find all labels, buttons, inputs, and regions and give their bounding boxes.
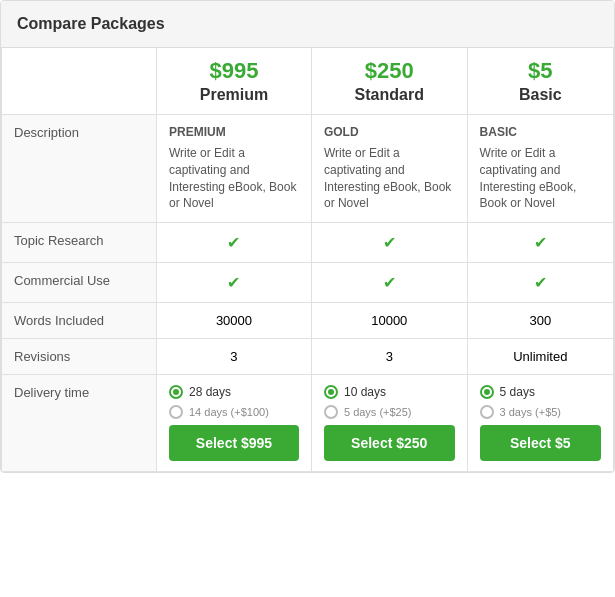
premium-delivery-primary[interactable]: 28 days bbox=[169, 385, 299, 399]
basic-price: $5 bbox=[480, 58, 601, 84]
premium-description-cell: PREMIUM Write or Edit a captivating and … bbox=[157, 115, 312, 223]
basic-description-cell: BASIC Write or Edit a captivating and In… bbox=[467, 115, 613, 223]
standard-topic-cell: ✔ bbox=[311, 223, 467, 263]
premium-price: $995 bbox=[169, 58, 299, 84]
standard-delivery-primary[interactable]: 10 days bbox=[324, 385, 455, 399]
standard-radio-secondary[interactable] bbox=[324, 405, 338, 419]
premium-name: Premium bbox=[169, 86, 299, 104]
premium-radio-secondary[interactable] bbox=[169, 405, 183, 419]
basic-topic-cell: ✔ bbox=[467, 223, 613, 263]
basic-radio-secondary[interactable] bbox=[480, 405, 494, 419]
basic-commercial-check: ✔ bbox=[534, 274, 547, 291]
standard-select-button[interactable]: Select $250 bbox=[324, 425, 455, 461]
words-included-label: Words Included bbox=[2, 303, 157, 339]
premium-words: 30000 bbox=[216, 313, 252, 328]
description-label: Description bbox=[2, 115, 157, 223]
standard-delivery-secondary[interactable]: 5 days (+$25) bbox=[324, 405, 455, 419]
standard-commercial-cell: ✔ bbox=[311, 263, 467, 303]
compare-header: Compare Packages bbox=[1, 1, 614, 48]
premium-delivery-secondary[interactable]: 14 days (+$100) bbox=[169, 405, 299, 419]
packages-table: $995 Premium $250 Standard $5 Basic Desc… bbox=[1, 48, 614, 472]
basic-words-cell: 300 bbox=[467, 303, 613, 339]
standard-header: $250 Standard bbox=[311, 48, 467, 115]
standard-tier: GOLD bbox=[324, 125, 455, 139]
standard-commercial-check: ✔ bbox=[383, 274, 396, 291]
premium-select-button[interactable]: Select $995 bbox=[169, 425, 299, 461]
standard-delivery-cell: 10 days 5 days (+$25) Select $250 bbox=[311, 375, 467, 472]
premium-header: $995 Premium bbox=[157, 48, 312, 115]
delivery-time-label: Delivery time bbox=[2, 375, 157, 472]
standard-desc: Write or Edit a captivating and Interest… bbox=[324, 145, 455, 212]
revisions-label: Revisions bbox=[2, 339, 157, 375]
basic-radio-primary[interactable] bbox=[480, 385, 494, 399]
standard-revisions: 3 bbox=[386, 349, 393, 364]
delivery-time-row: Delivery time 28 days 14 days (+$100) Se… bbox=[2, 375, 614, 472]
basic-topic-check: ✔ bbox=[534, 234, 547, 251]
premium-revisions: 3 bbox=[230, 349, 237, 364]
standard-topic-check: ✔ bbox=[383, 234, 396, 251]
basic-revisions: Unlimited bbox=[513, 349, 567, 364]
revisions-row: Revisions 3 3 Unlimited bbox=[2, 339, 614, 375]
premium-radio-primary[interactable] bbox=[169, 385, 183, 399]
basic-select-button[interactable]: Select $5 bbox=[480, 425, 601, 461]
premium-tier: PREMIUM bbox=[169, 125, 299, 139]
commercial-use-row: Commercial Use ✔ ✔ ✔ bbox=[2, 263, 614, 303]
standard-radio-primary[interactable] bbox=[324, 385, 338, 399]
premium-commercial-check: ✔ bbox=[227, 274, 240, 291]
standard-price: $250 bbox=[324, 58, 455, 84]
premium-commercial-cell: ✔ bbox=[157, 263, 312, 303]
standard-revisions-cell: 3 bbox=[311, 339, 467, 375]
basic-desc: Write or Edit a captivating and Interest… bbox=[480, 145, 601, 212]
premium-topic-check: ✔ bbox=[227, 234, 240, 251]
basic-delivery-cell: 5 days 3 days (+$5) Select $5 bbox=[467, 375, 613, 472]
premium-revisions-cell: 3 bbox=[157, 339, 312, 375]
premium-words-cell: 30000 bbox=[157, 303, 312, 339]
basic-revisions-cell: Unlimited bbox=[467, 339, 613, 375]
basic-tier: BASIC bbox=[480, 125, 601, 139]
premium-desc: Write or Edit a captivating and Interest… bbox=[169, 145, 299, 212]
description-row: Description PREMIUM Write or Edit a capt… bbox=[2, 115, 614, 223]
basic-header: $5 Basic bbox=[467, 48, 613, 115]
basic-commercial-cell: ✔ bbox=[467, 263, 613, 303]
standard-words: 10000 bbox=[371, 313, 407, 328]
standard-name: Standard bbox=[324, 86, 455, 104]
empty-header-cell bbox=[2, 48, 157, 115]
basic-delivery-secondary[interactable]: 3 days (+$5) bbox=[480, 405, 601, 419]
standard-words-cell: 10000 bbox=[311, 303, 467, 339]
standard-description-cell: GOLD Write or Edit a captivating and Int… bbox=[311, 115, 467, 223]
premium-delivery-cell: 28 days 14 days (+$100) Select $995 bbox=[157, 375, 312, 472]
commercial-use-label: Commercial Use bbox=[2, 263, 157, 303]
topic-research-label: Topic Research bbox=[2, 223, 157, 263]
page-title: Compare Packages bbox=[17, 15, 165, 32]
basic-words: 300 bbox=[529, 313, 551, 328]
words-included-row: Words Included 30000 10000 300 bbox=[2, 303, 614, 339]
premium-topic-cell: ✔ bbox=[157, 223, 312, 263]
compare-packages-container: Compare Packages $995 Premium $250 Stand… bbox=[0, 0, 615, 473]
basic-delivery-primary[interactable]: 5 days bbox=[480, 385, 601, 399]
basic-name: Basic bbox=[480, 86, 601, 104]
topic-research-row: Topic Research ✔ ✔ ✔ bbox=[2, 223, 614, 263]
